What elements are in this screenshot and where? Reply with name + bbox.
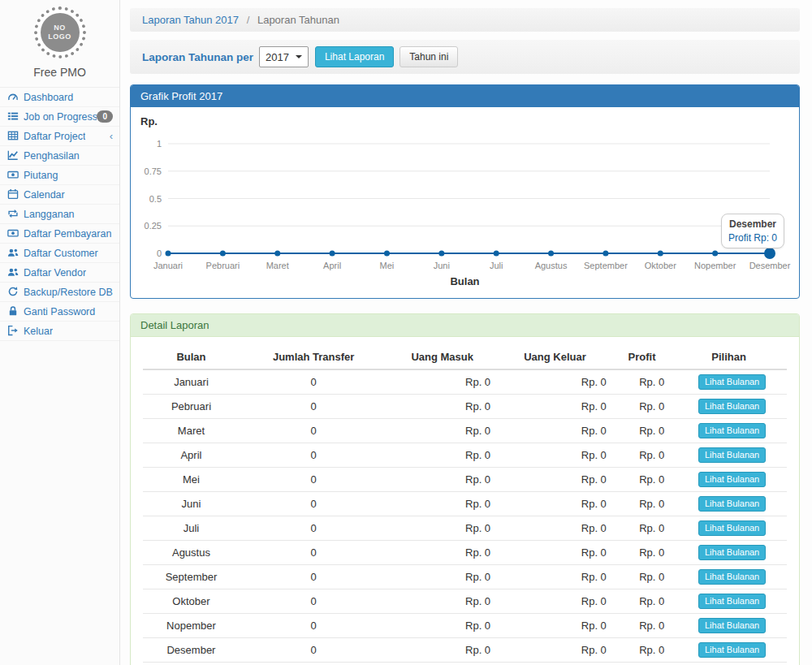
cell-profit: Rp. 0	[613, 614, 671, 638]
table-icon	[7, 130, 19, 141]
cell-uang_keluar: Rp. 0	[497, 395, 613, 419]
table-row-september: September0Rp. 0Rp. 0Rp. 0Lihat Bulanan	[143, 565, 787, 589]
table-row-juli: Juli0Rp. 0Rp. 0Rp. 0Lihat Bulanan	[143, 516, 787, 541]
sidebar-item-label: Piutang	[24, 170, 58, 181]
sidebar-item-keluar[interactable]: Keluar	[0, 322, 119, 341]
cell-jumlah_transfer: 0	[240, 541, 387, 565]
tachometer-icon	[7, 91, 19, 102]
sidebar-item-job-on-progress[interactable]: Job on Progress0	[0, 107, 119, 127]
no-logo-stamp: NO LOGO	[34, 6, 86, 58]
lihat-bulanan-button-mei[interactable]: Lihat Bulanan	[698, 472, 766, 487]
cell-jumlah_transfer: 0	[240, 492, 387, 516]
refresh-icon	[7, 286, 19, 297]
cell-uang_masuk: Rp. 0	[387, 565, 497, 589]
cell-profit: Rp. 0	[613, 492, 671, 516]
logo-text-line2: LOGO	[48, 32, 71, 41]
lihat-bulanan-button-pebruari[interactable]: Lihat Bulanan	[698, 399, 766, 414]
cell-profit: Rp. 0	[613, 395, 671, 419]
column-header-jumlah-transfer: Jumlah Transfer	[240, 345, 387, 369]
column-header-pilihan: Pilihan	[671, 345, 787, 369]
svg-text:0: 0	[157, 248, 162, 258]
year-select-value: 2017	[266, 51, 289, 63]
breadcrumb: Laporan Tahun 2017 / Laporan Tahunan	[130, 8, 800, 32]
svg-text:Maret: Maret	[266, 261, 289, 270]
svg-text:Desember: Desember	[749, 261, 791, 270]
column-header-uang-masuk: Uang Masuk	[387, 345, 497, 369]
svg-text:Nopember: Nopember	[694, 261, 736, 270]
table-row-desember: Desember0Rp. 0Rp. 0Rp. 0Lihat Bulanan	[143, 638, 787, 663]
sidebar-item-label: Penghasilan	[24, 150, 80, 162]
sidebar-item-ganti-password[interactable]: Ganti Password	[0, 302, 119, 322]
cell-profit: Rp. 0	[613, 638, 671, 663]
chart-panel: Grafik Profit 2017 10.750.50.250JanuariP…	[130, 84, 800, 299]
table-row-juni: Juni0Rp. 0Rp. 0Rp. 0Lihat Bulanan	[143, 492, 787, 516]
detail-panel-title: Detail Laporan	[131, 314, 799, 337]
lihat-bulanan-button-januari[interactable]: Lihat Bulanan	[698, 374, 766, 390]
sidebar-item-langganan[interactable]: Langganan	[0, 205, 119, 224]
lihat-bulanan-button-desember[interactable]: Lihat Bulanan	[698, 642, 766, 658]
calendar-icon	[7, 188, 19, 200]
svg-text:0.5: 0.5	[149, 194, 162, 204]
sidebar-item-calendar[interactable]: Calendar	[0, 185, 119, 205]
svg-text:Januari: Januari	[153, 261, 183, 270]
cell-uang_masuk: Rp. 0	[387, 492, 497, 516]
cell-profit: Rp. 0	[613, 443, 671, 468]
tooltip-value: Profit Rp: 0	[728, 232, 777, 244]
lihat-bulanan-button-april[interactable]: Lihat Bulanan	[698, 447, 766, 463]
sidebar-item-piutang[interactable]: Piutang	[0, 166, 119, 185]
lihat-bulanan-button-juli[interactable]: Lihat Bulanan	[698, 520, 766, 536]
cell-profit: Rp. 0	[613, 565, 671, 589]
cell-bulan: Juli	[143, 516, 240, 541]
cell-jumlah_transfer: 0	[240, 369, 387, 395]
cell-uang_masuk: Rp. 0	[387, 395, 497, 419]
cell-uang_masuk: Rp. 0	[387, 468, 497, 492]
sidebar-item-label: Daftar Project	[24, 131, 85, 142]
users-icon	[7, 247, 19, 258]
sidebar-item-label: Langganan	[24, 209, 75, 220]
cell-jumlah_transfer: 0	[240, 395, 387, 419]
tooltip-month: Desember	[728, 218, 777, 230]
svg-text:Agustus: Agustus	[535, 261, 568, 270]
sidebar-item-daftar-vendor[interactable]: Daftar Vendor	[0, 263, 119, 283]
cell-pilihan: Lihat Bulanan	[671, 541, 787, 565]
cell-uang_keluar: Rp. 0	[497, 369, 613, 395]
profit-line-chart[interactable]: 10.750.50.250JanuariPebruariMaretAprilMe…	[131, 107, 799, 298]
table-row-oktober: Oktober0Rp. 0Rp. 0Rp. 0Lihat Bulanan	[143, 589, 787, 614]
tahun-ini-button[interactable]: Tahun ini	[400, 46, 458, 67]
report-filter-bar: Laporan Tahunan per 2017 Lihat Laporan T…	[130, 40, 800, 74]
lihat-bulanan-button-agustus[interactable]: Lihat Bulanan	[698, 545, 766, 560]
breadcrumb-link[interactable]: Laporan Tahun 2017	[142, 14, 239, 26]
sidebar-item-backup-restore-db[interactable]: Backup/Restore DB	[0, 283, 119, 302]
cell-uang_masuk: Rp. 0	[387, 614, 497, 638]
cell-bulan: Juni	[143, 492, 240, 516]
sidebar-item-label: Ganti Password	[24, 306, 95, 317]
money-icon	[7, 227, 19, 239]
svg-text:April: April	[323, 261, 341, 270]
cell-bulan: April	[143, 443, 240, 468]
cell-uang_keluar: Rp. 0	[497, 443, 613, 468]
cell-uang_masuk: Rp. 0	[387, 443, 497, 468]
sidebar-item-daftar-customer[interactable]: Daftar Customer	[0, 244, 119, 263]
sidebar-item-daftar-pembayaran[interactable]: Daftar Pembayaran	[0, 224, 119, 244]
lihat-bulanan-button-oktober[interactable]: Lihat Bulanan	[698, 594, 766, 609]
cell-pilihan: Lihat Bulanan	[671, 638, 787, 663]
sidebar-item-dashboard[interactable]: Dashboard	[0, 88, 119, 107]
sidebar-item-penghasilan[interactable]: Penghasilan	[0, 146, 119, 166]
chart-x-axis-label: Bulan	[131, 275, 799, 287]
lihat-bulanan-button-juni[interactable]: Lihat Bulanan	[698, 496, 766, 512]
sidebar-item-daftar-project[interactable]: Daftar Project‹	[0, 127, 119, 146]
lihat-bulanan-button-maret[interactable]: Lihat Bulanan	[698, 423, 766, 438]
lihat-bulanan-button-september[interactable]: Lihat Bulanan	[698, 569, 766, 585]
svg-text:Mei: Mei	[380, 261, 395, 270]
sidebar-item-label: Calendar	[24, 189, 65, 201]
lihat-bulanan-button-nopember[interactable]: Lihat Bulanan	[698, 618, 766, 633]
detail-report-table: BulanJumlah TransferUang MasukUang Kelua…	[143, 345, 787, 665]
year-select[interactable]: 2017	[259, 46, 309, 67]
cell-bulan: Desember	[143, 638, 240, 663]
cell-uang_keluar: Rp. 0	[497, 468, 613, 492]
lihat-laporan-button[interactable]: Lihat Laporan	[315, 46, 394, 67]
main-content: Laporan Tahun 2017 / Laporan Tahunan Lap…	[120, 0, 812, 665]
cell-profit: Rp. 0	[613, 663, 671, 665]
sidebar-item-label: Daftar Pembayaran	[24, 228, 111, 240]
table-row-januari: Januari0Rp. 0Rp. 0Rp. 0Lihat Bulanan	[143, 369, 787, 395]
